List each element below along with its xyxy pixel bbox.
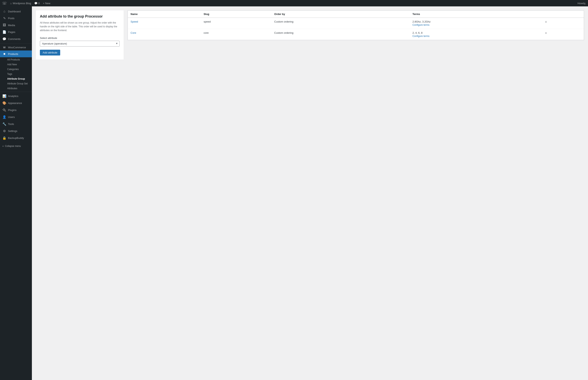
row-terms-cell: 2, 4, 6, 8 Configure terms	[410, 29, 542, 40]
wp-logo[interactable]: ☏	[2, 1, 7, 6]
row-drag-cell: ≡	[542, 29, 584, 40]
row-drag-cell: ≡	[542, 18, 584, 29]
sidebar-item-label: Analytics	[8, 95, 18, 98]
menu-separator-2	[0, 92, 32, 92]
sidebar-item-comments[interactable]: 💬 Comments	[0, 36, 32, 42]
comments-nav-icon: 💬	[2, 37, 6, 41]
admin-bar: ☏ ⌂ Wordpress Blog 💬 0 + New Howdy,	[0, 0, 588, 6]
plugins-icon: 🔌	[2, 108, 6, 112]
media-icon: 🖼	[2, 23, 6, 27]
sidebar-item-pages[interactable]: 📄 Pages	[0, 29, 32, 36]
configure-terms-link-speed[interactable]: Configure terms	[412, 23, 539, 26]
speed-link[interactable]: Speed	[131, 20, 138, 23]
col-order-by: Order by	[272, 11, 410, 18]
sidebar-item-products[interactable]: ■ Products	[0, 51, 32, 57]
sidebar-item-plugins[interactable]: 🔌 Plugins	[0, 107, 32, 114]
sidebar-item-dashboard[interactable]: ⌂ Dashboard	[0, 8, 32, 15]
row-name-cell: Core	[128, 29, 201, 40]
sidebar-item-label: Pages	[8, 31, 15, 34]
select-attribute-label: Select attribute	[40, 37, 120, 39]
row-terms-cell: 2.8Ghz, 3.2Ghz Configure terms	[410, 18, 542, 29]
panel-title: Add attribute to the group Processor	[40, 14, 120, 19]
col-slug: Slug	[201, 11, 271, 18]
tools-icon: 🔧	[2, 122, 6, 126]
core-link[interactable]: Core	[131, 31, 136, 34]
select-wrapper: Aperature (aperature) ▼	[40, 41, 120, 46]
backupbuddy-icon: 🔒	[2, 136, 6, 140]
sidebar-item-backupbuddy[interactable]: 🔒 BackupBuddy	[0, 134, 32, 141]
table-row: Speed speed Custom ordering 2.8Ghz, 3.2G…	[128, 18, 584, 29]
terms-value: 2.8Ghz, 3.2Ghz	[412, 20, 539, 23]
submenu-attribute-group-set[interactable]: Attribute Group Set	[0, 81, 32, 86]
users-icon: 👤	[2, 115, 6, 119]
content-wrap: Add attribute to the group Processor All…	[36, 10, 584, 59]
sidebar-item-label: Posts	[8, 17, 15, 20]
configure-terms-link-core[interactable]: Configure terms	[412, 35, 539, 38]
sidebar-item-label: WooCommerce	[8, 46, 26, 49]
dashboard-icon: ⌂	[2, 10, 6, 13]
col-terms: Terms	[410, 11, 542, 18]
collapse-icon: «	[2, 145, 4, 148]
sidebar-item-woocommerce[interactable]: W WooCommerce	[0, 44, 32, 51]
sidebar-item-label: Appearance	[8, 102, 22, 105]
submenu-categories[interactable]: Categories	[0, 67, 32, 72]
terms-value: 2, 4, 6, 8	[412, 31, 539, 34]
drag-handle-icon[interactable]: ≡	[545, 31, 547, 35]
sidebar-item-appearance[interactable]: 🎨 Appearance	[0, 100, 32, 107]
attribute-table-panel: Name Slug Order by Terms Speed	[128, 10, 584, 40]
sidebar-item-tools[interactable]: 🔧 Tools	[0, 121, 32, 128]
comments-icon: 💬	[34, 2, 37, 5]
submenu-attribute-group[interactable]: Attribute Group	[0, 76, 32, 81]
panel-description: All these attributes will be shown as on…	[40, 21, 120, 33]
settings-icon: ⚙	[2, 129, 6, 133]
sidebar-item-label: Tools	[8, 123, 14, 126]
collapse-menu-button[interactable]: « Collapse menu	[0, 143, 32, 149]
new-link[interactable]: + New	[43, 2, 50, 5]
attribute-select[interactable]: Aperature (aperature)	[40, 41, 120, 46]
sidebar-item-label: Dashboard	[8, 10, 21, 13]
row-orderby-cell: Custom ordering	[272, 18, 410, 29]
sidebar-item-label: Settings	[8, 130, 17, 133]
row-slug-cell: speed	[201, 18, 271, 29]
home-icon: ⌂	[10, 2, 12, 5]
wp-logo-icon: ☏	[2, 1, 7, 6]
row-slug-cell: core	[201, 29, 271, 40]
sidebar-item-label: Products	[8, 53, 18, 56]
submenu-tags[interactable]: Tags	[0, 72, 32, 76]
sidebar-item-label: BackupBuddy	[8, 136, 24, 139]
analytics-icon: 📊	[2, 94, 6, 98]
sidebar: ⌂ Dashboard ✎ Posts 🖼 Media 📄 Pages 💬 Co…	[0, 6, 32, 380]
comments-link[interactable]: 💬 0	[34, 2, 40, 5]
sidebar-item-analytics[interactable]: 📊 Analytics	[0, 93, 32, 100]
table-row: Core core Custom ordering 2, 4, 6, 8 Con…	[128, 29, 584, 40]
attribute-table: Name Slug Order by Terms Speed	[128, 11, 584, 40]
submenu-attributes[interactable]: Attributes	[0, 86, 32, 91]
left-panel: Add attribute to the group Processor All…	[36, 10, 123, 59]
pages-icon: 📄	[2, 30, 6, 34]
main-content: Add attribute to the group Processor All…	[32, 6, 588, 380]
howdy-text: Howdy,	[578, 2, 586, 5]
posts-icon: ✎	[2, 16, 6, 20]
drag-handle-icon[interactable]: ≡	[545, 20, 547, 23]
submenu-all-products[interactable]: All Products	[0, 57, 32, 62]
sidebar-item-label: Users	[8, 115, 15, 118]
appearance-icon: 🎨	[2, 101, 6, 105]
sidebar-item-label: Plugins	[8, 109, 17, 112]
sidebar-item-settings[interactable]: ⚙ Settings	[0, 128, 32, 134]
sidebar-item-label: Comments	[8, 38, 20, 40]
table-header-row: Name Slug Order by Terms	[128, 11, 584, 18]
col-name: Name	[128, 11, 201, 18]
submenu-add-new[interactable]: Add New	[0, 62, 32, 67]
sidebar-item-users[interactable]: 👤 Users	[0, 114, 32, 121]
products-icon: ■	[2, 52, 6, 56]
sidebar-item-posts[interactable]: ✎ Posts	[0, 15, 32, 22]
sidebar-item-media[interactable]: 🖼 Media	[0, 22, 32, 29]
woocommerce-icon: W	[2, 46, 6, 49]
col-handle	[542, 11, 584, 18]
row-orderby-cell: Custom ordering	[272, 29, 410, 40]
site-name[interactable]: ⌂ Wordpress Blog	[10, 2, 31, 5]
row-name-cell: Speed	[128, 18, 201, 29]
sidebar-item-label: Media	[8, 24, 15, 27]
add-attribute-button[interactable]: Add attribute	[40, 50, 60, 56]
